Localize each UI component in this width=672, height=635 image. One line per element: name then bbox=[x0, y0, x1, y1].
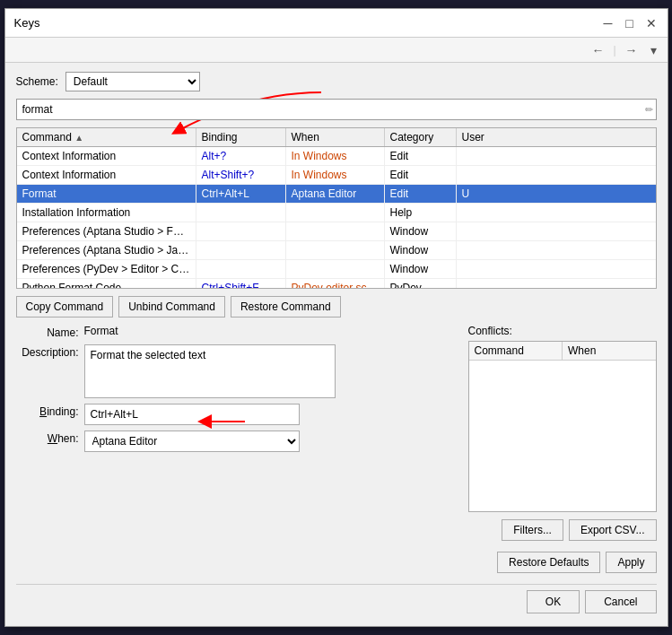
ok-button[interactable]: OK bbox=[527, 590, 580, 613]
name-label: Name: bbox=[16, 325, 79, 339]
cell-category: Edit bbox=[385, 166, 457, 184]
when-row: When: Aptana Editor bbox=[16, 431, 458, 452]
restore-defaults-button[interactable]: Restore Defaults bbox=[497, 552, 600, 573]
description-text: Format the selected text bbox=[91, 349, 206, 361]
cell-user bbox=[457, 279, 502, 288]
dialog-title: Keys bbox=[14, 16, 40, 30]
cell-binding: Alt+Shift+? bbox=[196, 166, 286, 184]
cell-binding: Alt+? bbox=[196, 147, 286, 165]
cell-command: Context Information bbox=[17, 147, 196, 165]
forward-button[interactable]: → bbox=[622, 41, 641, 59]
conflicts-body bbox=[469, 361, 656, 511]
col-header-user[interactable]: User bbox=[457, 128, 502, 146]
sort-arrow-icon: ▲ bbox=[74, 133, 83, 143]
table-row[interactable]: Context Information Alt+? In Windows Edi… bbox=[17, 147, 656, 166]
scheme-label: Scheme: bbox=[16, 75, 58, 88]
table-row[interactable]: Preferences (Aptana Studio > Jav… Window bbox=[17, 241, 656, 260]
conflicts-header: Command When bbox=[469, 342, 656, 361]
cell-category: PyDev bbox=[385, 279, 457, 288]
cell-when bbox=[286, 241, 385, 259]
table-row[interactable]: Format Ctrl+Alt+L Aptana Editor Edit U bbox=[17, 185, 656, 204]
title-bar: Keys ─ □ ✕ bbox=[5, 9, 668, 38]
table-row[interactable]: Preferences (Aptana Studio > For… Window bbox=[17, 222, 656, 241]
cell-binding bbox=[196, 204, 286, 222]
filters-button[interactable]: Filters... bbox=[502, 519, 563, 541]
cell-binding bbox=[196, 222, 286, 240]
binding-input[interactable] bbox=[84, 404, 300, 425]
table-header: Command ▲ Binding When Category User bbox=[17, 128, 656, 147]
conflicts-table: Command When bbox=[468, 341, 657, 512]
table-row[interactable]: Python Format Code Ctrl+Shift+F PyDev ed… bbox=[17, 279, 656, 288]
col-header-binding[interactable]: Binding bbox=[196, 128, 286, 146]
restore-apply-row: Restore Defaults Apply bbox=[468, 548, 657, 577]
cell-user bbox=[457, 222, 502, 240]
when-label: When: bbox=[16, 431, 79, 445]
nav-dropdown-button[interactable]: ▾ bbox=[647, 41, 660, 59]
final-buttons-row: OK Cancel bbox=[16, 584, 657, 617]
back-button[interactable]: ← bbox=[588, 41, 607, 59]
binding-label: Binding: bbox=[16, 404, 79, 418]
cell-category: Edit bbox=[385, 185, 457, 203]
cell-category: Help bbox=[385, 204, 457, 222]
left-panel: Name: Format Description: Format the sel… bbox=[16, 325, 458, 577]
dialog-body: Scheme: Default ✏ Comman bbox=[5, 63, 668, 626]
col-header-when[interactable]: When bbox=[286, 128, 385, 146]
apply-button[interactable]: Apply bbox=[606, 552, 656, 573]
col-header-command[interactable]: Command ▲ bbox=[17, 128, 196, 146]
keys-dialog: Keys ─ □ ✕ ← | → ▾ Scheme: Default bbox=[4, 8, 668, 627]
cell-user bbox=[457, 166, 502, 184]
table-row[interactable]: Context Information Alt+Shift+? In Windo… bbox=[17, 166, 656, 185]
restore-command-button[interactable]: Restore Command bbox=[231, 296, 341, 318]
cell-command: Context Information bbox=[17, 166, 196, 184]
cell-binding bbox=[196, 260, 286, 278]
cell-user bbox=[457, 241, 502, 259]
cell-user bbox=[457, 260, 502, 278]
search-row: ✏ bbox=[16, 99, 657, 120]
conflicts-col-command: Command bbox=[469, 342, 563, 360]
title-bar-controls: ─ □ ✕ bbox=[601, 16, 659, 30]
cell-when bbox=[286, 260, 385, 278]
conflicts-label: Conflicts: bbox=[468, 325, 657, 337]
unbind-command-button[interactable]: Unbind Command bbox=[118, 296, 225, 318]
scheme-row: Scheme: Default bbox=[16, 72, 657, 91]
cell-binding: Ctrl+Shift+F bbox=[196, 279, 286, 288]
nav-bar: ← | → ▾ bbox=[5, 38, 668, 63]
cell-when: PyDev editor scope bbox=[286, 279, 385, 288]
close-button[interactable]: ✕ bbox=[644, 16, 659, 30]
cell-category: Window bbox=[385, 222, 457, 240]
minimize-button[interactable]: ─ bbox=[601, 16, 615, 30]
table-row[interactable]: Preferences (PyDev > Editor > Co… Window bbox=[17, 260, 656, 279]
bottom-buttons-row: Filters... Export CSV... bbox=[468, 516, 657, 544]
commands-table: Command ▲ Binding When Category User bbox=[16, 127, 657, 289]
cell-user bbox=[457, 147, 502, 165]
right-panel: Conflicts: Command When Filters... Expor… bbox=[468, 325, 657, 577]
copy-command-button[interactable]: Copy Command bbox=[16, 296, 114, 318]
maximize-button[interactable]: □ bbox=[623, 16, 637, 30]
description-row: Description: Format the selected text bbox=[16, 344, 458, 398]
col-header-category[interactable]: Category bbox=[385, 128, 457, 146]
cancel-button[interactable]: Cancel bbox=[585, 590, 656, 613]
conflicts-col-when: When bbox=[563, 342, 656, 360]
binding-row: Binding: bbox=[16, 404, 458, 425]
scheme-select[interactable]: Default bbox=[65, 72, 200, 91]
cell-binding bbox=[196, 241, 286, 259]
search-input[interactable] bbox=[16, 99, 657, 120]
export-csv-button[interactable]: Export CSV... bbox=[569, 519, 657, 541]
table-body: Context Information Alt+? In Windows Edi… bbox=[17, 147, 656, 288]
cell-command: Format bbox=[17, 185, 196, 203]
cell-user: U bbox=[457, 185, 502, 203]
table-row[interactable]: Installation Information Help bbox=[17, 204, 656, 222]
when-select[interactable]: Aptana Editor bbox=[84, 431, 300, 452]
cell-category: Edit bbox=[385, 147, 457, 165]
cell-when: In Windows bbox=[286, 147, 385, 165]
cell-category: Window bbox=[385, 260, 457, 278]
name-value: Format bbox=[84, 325, 118, 337]
cell-category: Window bbox=[385, 241, 457, 259]
cell-command: Python Format Code bbox=[17, 279, 196, 288]
cell-command: Preferences (Aptana Studio > Jav… bbox=[17, 241, 196, 259]
cell-command: Preferences (PyDev > Editor > Co… bbox=[17, 260, 196, 278]
cell-when: In Windows bbox=[286, 166, 385, 184]
cell-command: Installation Information bbox=[17, 204, 196, 222]
cell-user bbox=[457, 204, 502, 222]
name-row: Name: Format bbox=[16, 325, 458, 339]
